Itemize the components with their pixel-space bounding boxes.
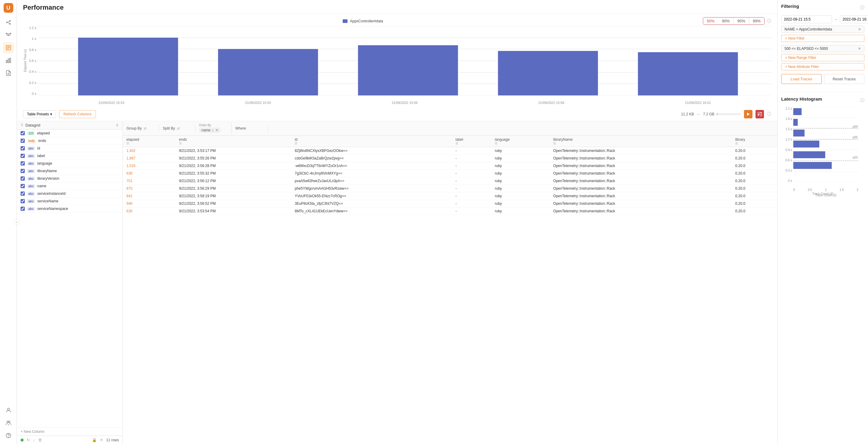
page-title: Performance [23, 4, 771, 11]
column-id-checkbox[interactable] [21, 146, 25, 150]
cell-elapsed[interactable]: 875 [123, 185, 176, 193]
refresh-icon[interactable]: ↻ [27, 438, 30, 442]
new-filter-button[interactable]: + New Filter [781, 35, 864, 42]
table-presets-button[interactable]: Table Presets ▾ [23, 110, 56, 118]
cell-elapsed[interactable]: 1,402 [123, 147, 176, 155]
datagrid-footer: ↻ ↓ 🗑 🔒 ✕ 11 rows [17, 436, 123, 444]
th-elapsed[interactable]: elapsed ☰ [123, 136, 176, 147]
histogram-info-icon[interactable]: ⓘ [860, 98, 864, 103]
sort-close-button[interactable]: ✕ [215, 128, 218, 132]
percentile-90[interactable]: 90% [718, 18, 734, 25]
date-start-input[interactable] [781, 15, 832, 23]
cell-id: pxaA5w63hwrZvJaxULc0pA== [291, 177, 452, 185]
datagrid-header: ⠿ Datagrid ⇕ [17, 121, 123, 130]
svg-point-2 [9, 23, 10, 24]
group-by-swap-icon[interactable]: ⇄ [144, 126, 147, 131]
sidebar-item-user[interactable] [3, 405, 14, 416]
cell-library: 0.20.0 [732, 162, 777, 170]
cell-elapsed[interactable]: 701 [123, 177, 176, 185]
table-row[interactable]: 875 9/21/2022, 3:56:29 PM phe5YWgcrvmAAG… [123, 185, 777, 193]
date-end-input[interactable] [840, 15, 868, 23]
cell-elapsed[interactable]: 1,887 [123, 155, 176, 162]
close-icon[interactable]: ✕ [100, 438, 103, 442]
cell-label: - [452, 155, 491, 162]
play-button[interactable] [744, 110, 752, 118]
column-servicenamespace-checkbox[interactable] [21, 207, 25, 211]
table-row[interactable]: 1,887 9/21/2022, 3:55:26 PM csbGe9biK5aZ… [123, 155, 777, 162]
split-by-swap-icon[interactable]: ⇄ [177, 126, 180, 131]
filtering-info-icon[interactable]: ⓘ [860, 5, 864, 10]
delete-icon[interactable]: 🗑 [38, 438, 42, 442]
sidebar-item-charts[interactable] [3, 55, 14, 66]
new-column-button[interactable]: + New Column [17, 428, 123, 436]
column-libraryname-checkbox[interactable] [21, 169, 25, 173]
header: Performance [17, 0, 777, 14]
column-libraryversion-checkbox[interactable] [21, 176, 25, 181]
column-serviceinstanceid-checkbox[interactable] [21, 192, 25, 196]
th-libraryname[interactable]: libraryName ☰ [550, 136, 732, 147]
y-axis-title: Elapsed Time (s) [24, 49, 27, 72]
percentile-95[interactable]: 95% [734, 18, 749, 25]
th-ends[interactable]: ends ☰ [176, 136, 291, 147]
new-attr-filter-button[interactable]: + New Attribute Filter [781, 63, 864, 70]
table-row[interactable]: 946 9/21/2022, 3:56:52 PM 3EuP8cK5la_zfp… [123, 200, 777, 207]
storage-arrow: ← [696, 112, 701, 116]
col-type-abc-label: abc [27, 154, 35, 158]
new-range-filter-button[interactable]: + New Range Filter [781, 54, 864, 61]
table-info-icon[interactable]: ⓘ [767, 111, 771, 117]
sidebar-item-logs[interactable] [3, 42, 14, 53]
range-filter-close[interactable]: ✕ [858, 46, 861, 51]
sidebar-item-connections[interactable] [3, 17, 14, 28]
column-name-checkbox[interactable] [21, 184, 25, 188]
cell-label: - [452, 147, 491, 155]
svg-rect-28 [218, 49, 318, 96]
expand-button[interactable] [755, 110, 764, 118]
column-ends-checkbox[interactable] [21, 139, 25, 143]
percentile-99[interactable]: 99% [749, 18, 764, 25]
cell-library: 0.20.0 [732, 177, 777, 185]
sidebar-item-pipelines[interactable] [3, 30, 14, 40]
sidebar-item-help[interactable] [3, 430, 14, 441]
percentile-50[interactable]: 50% [703, 17, 719, 25]
cell-elapsed[interactable]: 1,016 [123, 162, 176, 170]
datagrid-wrap: ⠿ Datagrid ⇕ 123 elapsed mdy ends abc [17, 121, 777, 444]
th-library[interactable]: library ☰ [732, 136, 777, 147]
name-filter-close[interactable]: ✕ [858, 27, 861, 31]
svg-rect-10 [6, 60, 7, 63]
cell-elapsed[interactable]: 638 [123, 170, 176, 177]
sidebar-collapse-button[interactable]: ‹ [14, 219, 19, 225]
table-row[interactable]: 1,016 9/21/2022, 3:56:28 PM -w6MxcD3qTT6… [123, 162, 777, 170]
cell-elapsed[interactable]: 635 [123, 207, 176, 215]
histogram-section: Latency Histogram ⓘ 2.1 s 1.8 s 1.5 s 1.… [781, 96, 864, 196]
cell-elapsed[interactable]: 946 [123, 200, 176, 207]
cell-elapsed[interactable]: 841 [123, 193, 176, 200]
th-label[interactable]: label ☰ [452, 136, 491, 147]
th-language[interactable]: language ☰ [491, 136, 550, 147]
app-logo[interactable]: U [4, 3, 13, 13]
sort-icon: ⇕ [116, 123, 119, 128]
refresh-columns-button[interactable]: Refresh Columns [59, 110, 96, 118]
reset-traces-button[interactable]: Reset Traces [824, 74, 865, 84]
table-row[interactable]: 841 9/21/2022, 3:58:19 PM YVoUF01kOk55-E… [123, 193, 777, 200]
chart-info-icon[interactable]: ⓘ [767, 19, 771, 24]
col-name-language: language [37, 161, 52, 166]
th-id[interactable]: id ☰ [291, 136, 452, 147]
sidebar-item-team[interactable] [3, 417, 14, 428]
cell-language: ruby [491, 177, 550, 185]
column-language-checkbox[interactable] [21, 161, 25, 166]
sidebar-item-reports[interactable] [3, 68, 14, 78]
cell-library: 0.20.0 [732, 147, 777, 155]
download-icon[interactable]: ↓ [33, 438, 35, 442]
cell-ends: 9/21/2022, 3:56:29 PM [176, 185, 291, 193]
table-row[interactable]: 1,402 9/21/2022, 3:53:17 PM 8ZjWu6NCXtys… [123, 147, 777, 155]
hist-svg [793, 107, 858, 182]
column-servicename-checkbox[interactable] [21, 199, 25, 203]
table-row[interactable]: 635 9/21/2022, 3:53:54 PM 8MTo_cXL41UEkE… [123, 207, 777, 215]
cell-id: -w6MxcD3qTT6nWYZoOr1nA== [291, 162, 452, 170]
column-label-checkbox[interactable] [21, 154, 25, 158]
column-serviceinstanceid: abc serviceInstanceId [17, 190, 123, 198]
column-elapsed-checkbox[interactable] [21, 131, 25, 135]
table-row[interactable]: 701 9/21/2022, 3:56:12 PM pxaA5w63hwrZvJ… [123, 177, 777, 185]
table-row[interactable]: 638 9/21/2022, 3:55:32 PM 7g3iCbC-4nJrny… [123, 170, 777, 177]
load-traces-button[interactable]: Load Traces [781, 74, 822, 84]
